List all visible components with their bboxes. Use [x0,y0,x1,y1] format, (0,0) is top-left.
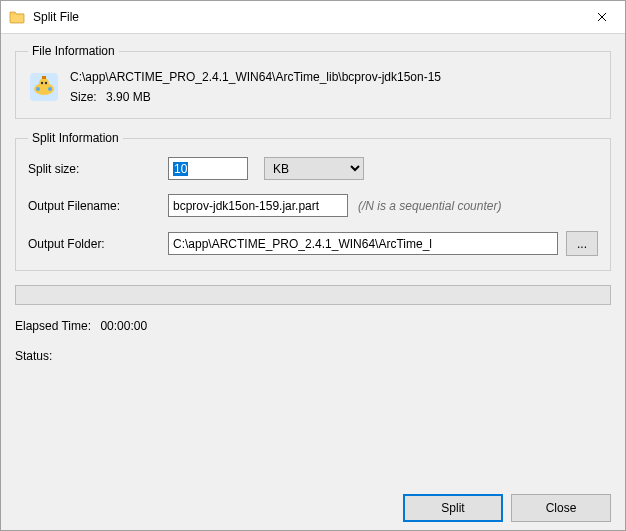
elapsed-time-label: Elapsed Time: [15,319,91,333]
split-size-input[interactable]: 10 [168,157,248,180]
window-close-button[interactable] [579,1,625,33]
split-button[interactable]: Split [403,494,503,522]
svg-point-4 [41,82,43,84]
split-information-legend: Split Information [28,131,123,145]
file-size-label: Size: [70,90,97,104]
dialog-buttons: Split Close [15,486,611,522]
status-label: Status: [15,349,52,363]
file-information-legend: File Information [28,44,119,58]
split-information-group: Split Information Split size: 10 KB Outp… [15,131,611,271]
close-button[interactable]: Close [511,494,611,522]
elapsed-time-value: 00:00:00 [100,319,147,333]
output-filename-label: Output Filename: [28,199,168,213]
file-information-group: File Information C:\app\ARCTIM [15,44,611,119]
svg-point-6 [36,87,40,91]
window-title: Split File [31,10,579,24]
folder-icon [9,9,25,25]
filename-hint: (/N is a sequential counter) [358,199,501,213]
browse-folder-button[interactable]: ... [566,231,598,256]
output-folder-label: Output Folder: [28,237,168,251]
svg-point-7 [48,87,52,91]
svg-point-5 [45,82,47,84]
split-size-label: Split size: [28,162,168,176]
file-type-icon [28,71,60,103]
close-icon [597,12,607,22]
file-path: C:\app\ARCTIME_PRO_2.4.1_WIN64\ArcTime_l… [70,70,598,84]
svg-rect-3 [42,76,46,79]
split-file-dialog: Split File File Information [0,0,626,531]
file-size-value: 3.90 MB [106,90,151,104]
split-size-unit-select[interactable]: KB [264,157,364,180]
titlebar: Split File [1,1,625,34]
client-area: File Information C:\app\ARCTIM [1,34,625,530]
progress-bar [15,285,611,305]
output-filename-input[interactable] [168,194,348,217]
output-folder-input[interactable] [168,232,558,255]
svg-point-2 [39,78,49,88]
